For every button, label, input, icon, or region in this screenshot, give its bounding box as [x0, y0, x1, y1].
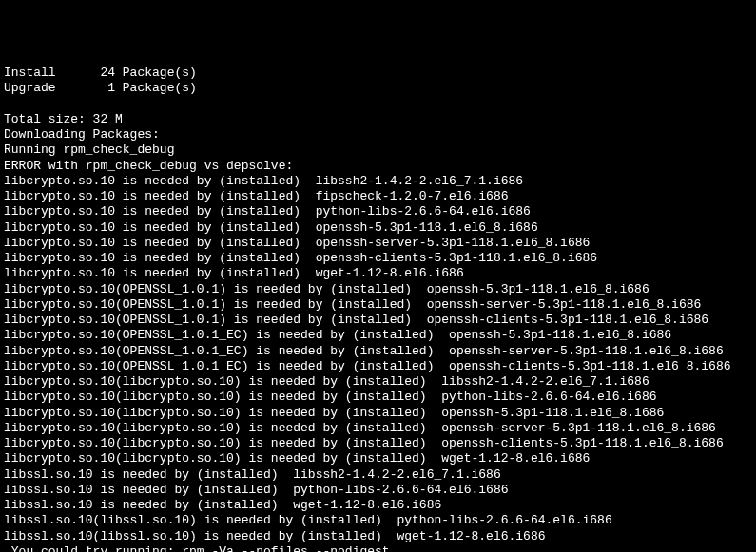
terminal-line: libcrypto.so.10(libcrypto.so.10) is need…: [4, 390, 752, 405]
terminal-line: libcrypto.so.10 is needed by (installed)…: [4, 174, 752, 189]
terminal-line: libcrypto.so.10(OPENSSL_1.0.1_EC) is nee…: [4, 328, 752, 343]
terminal-line: libcrypto.so.10(OPENSSL_1.0.1) is needed…: [4, 297, 752, 313]
terminal-line: libcrypto.so.10(OPENSSL_1.0.1_EC) is nee…: [4, 359, 752, 374]
terminal-line: libcrypto.so.10 is needed by (installed)…: [4, 236, 752, 251]
terminal-line: libcrypto.so.10(libcrypto.so.10) is need…: [4, 374, 752, 390]
terminal-line: Install 24 Package(s): [4, 66, 752, 81]
terminal-line: Downloading Packages:: [4, 127, 752, 143]
terminal-line: Running rpm_check_debug: [4, 143, 752, 158]
terminal-line: libcrypto.so.10 is needed by (installed)…: [4, 204, 752, 219]
terminal-line: You could try running: rpm -Va --nofiles…: [4, 544, 752, 552]
terminal-line: ERROR with rpm_check_debug vs depsolve:: [4, 159, 752, 174]
terminal-line: libcrypto.so.10(libcrypto.so.10) is need…: [4, 436, 752, 451]
terminal-line: libcrypto.so.10 is needed by (installed)…: [4, 189, 752, 204]
terminal-line: libssl.so.10 is needed by (installed) wg…: [4, 498, 752, 513]
terminal-line: libssl.so.10 is needed by (installed) py…: [4, 483, 752, 498]
terminal-line: Total size: 32 M: [4, 112, 752, 127]
terminal-output: Install 24 Package(s)Upgrade 1 Package(s…: [4, 66, 752, 552]
terminal-line: libcrypto.so.10(libcrypto.so.10) is need…: [4, 421, 752, 436]
terminal-line: libcrypto.so.10(OPENSSL_1.0.1_EC) is nee…: [4, 344, 752, 359]
terminal-line: libcrypto.so.10 is needed by (installed)…: [4, 251, 752, 266]
terminal-line: libcrypto.so.10 is needed by (installed)…: [4, 266, 752, 281]
terminal-line: libcrypto.so.10(libcrypto.so.10) is need…: [4, 451, 752, 466]
terminal-line: [4, 97, 752, 112]
terminal-line: libssl.so.10(libssl.so.10) is needed by …: [4, 513, 752, 528]
terminal-line: libssl.so.10(libssl.so.10) is needed by …: [4, 529, 752, 544]
terminal-line: Upgrade 1 Package(s): [4, 81, 752, 96]
terminal-line: libssl.so.10 is needed by (installed) li…: [4, 467, 752, 483]
terminal-line: libcrypto.so.10(libcrypto.so.10) is need…: [4, 406, 752, 421]
terminal-line: libcrypto.so.10(OPENSSL_1.0.1) is needed…: [4, 313, 752, 328]
terminal-line: libcrypto.so.10(OPENSSL_1.0.1) is needed…: [4, 282, 752, 297]
terminal-line: libcrypto.so.10 is needed by (installed)…: [4, 220, 752, 236]
